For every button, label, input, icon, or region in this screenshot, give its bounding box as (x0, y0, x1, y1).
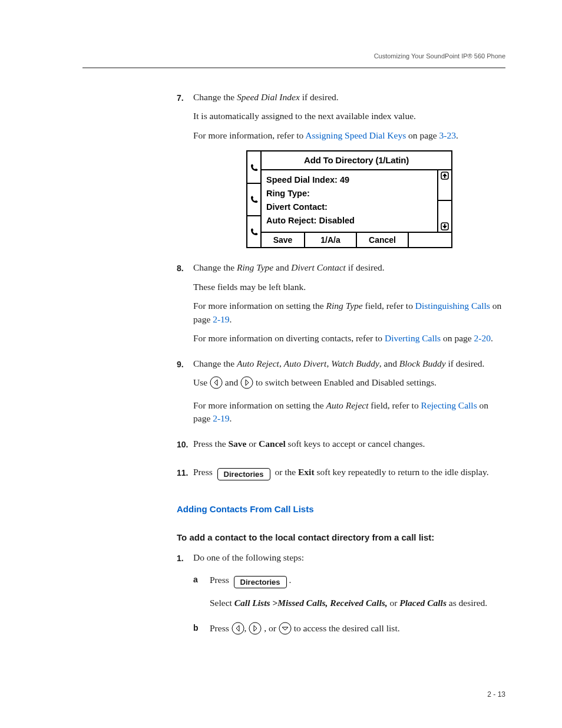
emphasis-bold: Call Lists >Missed Calls, Received Calls… (234, 598, 388, 608)
step-8: 8. Change the Ring Type and Divert Conta… (177, 261, 505, 351)
page-ref[interactable]: 3-23 (439, 130, 456, 140)
text: as desired. (447, 598, 487, 608)
bold: Cancel (259, 439, 286, 449)
lcd-field-speed-dial: Speed Dial Index: 49 (266, 174, 432, 186)
text: on page (406, 130, 439, 140)
emphasis: Divert Contact (291, 262, 346, 272)
link-assigning-speed-dial[interactable]: Assigning Speed Dial Keys (305, 130, 406, 140)
text: if desired. (446, 358, 485, 368)
text: Use (193, 377, 210, 387)
page-number: 2 - 13 (487, 690, 505, 700)
text: and (225, 377, 240, 387)
procedure-heading: To add a contact to the local contact di… (177, 531, 505, 544)
bold: Save (228, 439, 246, 449)
page-ref[interactable]: 2-19 (213, 413, 229, 423)
bold: Exit (298, 467, 315, 477)
emphasis: Ring Type (326, 301, 363, 311)
text: Press (193, 467, 215, 477)
text: soft keys to accept or cancel changes. (286, 439, 425, 449)
step-11: 11. Press Directories or the Exit soft k… (177, 466, 505, 486)
text: , or (262, 623, 278, 633)
text: Change the (193, 358, 237, 368)
emphasis-bold: Placed Calls (399, 598, 447, 608)
emphasis: Watch Buddy (331, 358, 379, 368)
text: or the (273, 467, 298, 477)
lcd-field-ring-type: Ring Type: (266, 187, 432, 200)
text: For more information, refer to (193, 130, 305, 140)
text: Press the (193, 439, 228, 449)
lcd-line-keys (247, 151, 262, 247)
text: or (246, 439, 259, 449)
phone-icon (247, 183, 260, 215)
step-9-line1: Change the Auto Reject, Auto Divert, Wat… (193, 357, 505, 370)
text: , (244, 623, 249, 633)
page-ref[interactable]: 2-20 (474, 333, 491, 343)
text: , and (379, 358, 399, 368)
svg-point-3 (241, 377, 253, 388)
emphasis: Auto Reject (237, 358, 279, 368)
softkey-mode: 1/A/a (305, 233, 357, 247)
step-9-line3: For more information on setting the Auto… (193, 399, 505, 426)
substep-letter: a (193, 574, 210, 615)
svg-point-2 (210, 377, 222, 388)
substep-b-line1: Press , , or to acc (210, 622, 505, 638)
link-rejecting-calls[interactable]: Rejecting Calls (421, 400, 477, 410)
directories-key: Directories (234, 576, 287, 588)
text: , (279, 358, 284, 368)
step-7-line3: For more information, refer to Assigning… (193, 129, 505, 142)
step-10-line1: Press the Save or Cancel soft keys to ac… (193, 437, 505, 450)
substep-a-line2: Select Call Lists >Missed Calls, Receive… (210, 597, 505, 610)
text: For more information on diverting contac… (193, 333, 385, 343)
softkey-save: Save (262, 233, 305, 247)
text: soft key repeatedly to return to the idl… (315, 467, 489, 477)
text: Change the (193, 262, 237, 272)
step-number: 11. (177, 466, 193, 486)
arrow-up-icon (438, 170, 451, 200)
arrow-left-icon (210, 376, 223, 393)
emphasis: Auto Reject (326, 400, 369, 410)
section-heading-adding-contacts: Adding Contacts From Call Lists (177, 503, 505, 516)
softkey-blank (409, 233, 451, 247)
text: Select (210, 598, 234, 608)
text: . (289, 575, 292, 585)
substep-a-line1: Press Directories. (210, 574, 505, 588)
emphasis: Auto Divert (284, 358, 327, 368)
softkey-cancel: Cancel (357, 233, 409, 247)
header-rule (82, 67, 505, 68)
emphasis: Block Buddy (399, 358, 446, 368)
step-7: 7. Change the Speed Dial Index if desire… (177, 91, 505, 256)
substep-a: a Press Directories. Select Call Lists >… (193, 574, 505, 615)
step-9-line2: Use and to switch between Enabled and Di… (193, 376, 505, 393)
step-9: 9. Change the Auto Reject, Auto Divert, … (177, 357, 505, 431)
link-diverting-calls[interactable]: Diverting Calls (385, 333, 441, 343)
phone-icon (247, 151, 260, 183)
step-8-line1: Change the Ring Type and Divert Contact … (193, 261, 505, 274)
arrow-down-icon (279, 622, 292, 638)
step-number: 7. (177, 91, 193, 256)
text: or (388, 598, 400, 608)
text: Press (210, 575, 232, 585)
step-7-line1: Change the Speed Dial Index if desired. (193, 91, 505, 104)
emphasis: Speed Dial Index (237, 92, 300, 102)
phone-lcd-figure: Add To Directory (1/Latin) Speed Dial In… (246, 150, 452, 248)
text: . (230, 314, 232, 324)
text: Change the (193, 92, 237, 102)
text: to switch between Enabled and Disabled s… (256, 377, 437, 387)
text: field, refer to (363, 301, 415, 311)
lcd-scrollbar (437, 170, 451, 232)
step-8-line2: These fields may be left blank. (193, 281, 505, 294)
step-8-line4: For more information on diverting contac… (193, 332, 505, 345)
page-ref[interactable]: 2-19 (213, 314, 229, 324)
svg-point-6 (279, 622, 291, 634)
link-distinguishing-calls[interactable]: Distinguishing Calls (415, 301, 490, 311)
step-7-line2: It is automatically assigned to the next… (193, 110, 505, 123)
step-number: 8. (177, 261, 193, 351)
svg-point-5 (249, 622, 261, 634)
arrow-left-icon (232, 622, 244, 638)
text: For more information on setting the (193, 400, 326, 410)
text: Press (210, 623, 232, 633)
emphasis: Ring Type (237, 262, 273, 272)
text: and (273, 262, 291, 272)
step-1: 1. Do one of the following steps: a Pres… (177, 551, 505, 650)
lcd-field-auto-reject: Auto Reject: Disabled (266, 215, 432, 227)
